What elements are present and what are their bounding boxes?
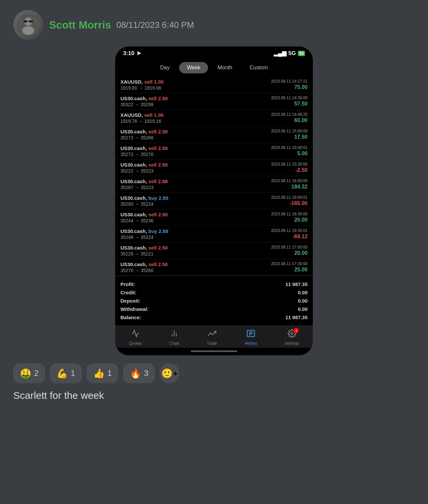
trade-time-2: 2023.08.11 14:46:25	[271, 112, 308, 117]
status-right: ▂▄▆ 5G 54	[274, 50, 305, 57]
trade-profit-11: 25.00	[294, 267, 308, 273]
balance-value: 11 987.35	[285, 315, 308, 320]
summary-balance-row: Balance: 11 987.35	[120, 313, 308, 322]
trade-left-8: US30.cash, sell 2.50 35244 → 35236	[120, 212, 168, 223]
balance-label: Balance:	[120, 315, 141, 320]
reaction-0[interactable]: 🤑2	[13, 363, 45, 383]
trade-time-4: 2023.08.11 15:00:01	[271, 145, 308, 150]
history-icon	[247, 329, 255, 340]
settings-icon: 1	[288, 329, 296, 340]
trade-symbol-7: US30.cash, buy 2.50	[120, 195, 168, 201]
nav-trade-label: Trade	[207, 341, 217, 346]
nav-quotes-label: Quotes	[129, 341, 142, 346]
trade-row: US30.cash, sell 2.50 35272 → 35270 2023.…	[115, 143, 313, 160]
tab-custom[interactable]: Custom	[242, 62, 275, 73]
nav-history-label: History	[245, 341, 257, 346]
trade-left-9: US30.cash, buy 2.88 35248 → 35224	[120, 228, 168, 240]
reaction-emoji-0: 🤑	[20, 368, 32, 379]
svg-rect-3	[24, 20, 27, 23]
reaction-count-1: 1	[71, 369, 75, 378]
trade-right-8: 2023.08.11 16:30:00 20.00	[271, 212, 308, 223]
nav-history[interactable]: History	[245, 329, 257, 346]
trade-prices-0: 1919.81 → 1919.06	[120, 85, 164, 91]
summary-withdrawal-row: Withdrawal: 0.00	[120, 305, 308, 313]
tab-month[interactable]: Month	[210, 62, 240, 73]
location-icon: ➤	[136, 50, 141, 57]
trade-icon	[208, 329, 216, 340]
credit-value: 0.00	[298, 290, 308, 295]
trade-symbol-8: US30.cash, sell 2.50	[120, 212, 168, 217]
nav-settings-label: Settings	[285, 341, 299, 346]
nav-quotes[interactable]: Quotes	[129, 329, 142, 346]
add-reaction-button[interactable]: 🙂+	[160, 363, 179, 383]
trade-profit-10: 20.00	[294, 250, 308, 256]
trade-symbol-3: US30.cash, sell 2.50	[120, 129, 168, 134]
credit-label: Credit:	[120, 290, 136, 295]
trade-symbol-1: US30.cash, sell 2.50	[120, 96, 168, 101]
reaction-2[interactable]: 👍1	[87, 363, 118, 383]
reaction-emoji-1: 💪	[56, 368, 68, 379]
trade-right-2: 2023.08.11 14:46:25 60.00	[271, 112, 308, 123]
trade-left-10: US30.cash, sell 2.50 35229 → 35221	[120, 245, 168, 256]
time-display: 3:10	[123, 50, 134, 57]
status-left: 3:10 ➤	[123, 50, 141, 57]
reaction-3[interactable]: 🔥3	[123, 363, 155, 383]
nav-trade[interactable]: Trade	[207, 329, 217, 346]
author-info: Scott Morris 08/11/2023 6:40 PM	[49, 19, 194, 31]
trade-row: US30.cash, sell 2.50 35273 → 35266 2023.…	[115, 126, 313, 143]
trade-left-3: US30.cash, sell 2.50 35273 → 35266	[120, 129, 168, 140]
trade-symbol-2: XAUUSD, sell 1.00	[120, 112, 164, 118]
summary-profit-row: Profit: 11 987.35	[120, 280, 308, 288]
add-reaction-icon: 🙂+	[161, 368, 178, 379]
nav-chart-label: Chart	[170, 341, 179, 346]
profit-label: Profit:	[120, 281, 135, 287]
trade-prices-10: 35229 → 35221	[120, 251, 168, 256]
phone-mockup: 3:10 ➤ ▂▄▆ 5G 54 Day Week Month Custom X…	[114, 46, 314, 356]
trade-symbol-10: US30.cash, sell 2.50	[120, 245, 168, 251]
post-timestamp: 08/11/2023 6:40 PM	[116, 20, 194, 30]
trade-time-11: 2023.08.11 17:30:00	[271, 261, 308, 266]
trade-profit-7: -165.00	[290, 200, 308, 206]
svg-point-13	[291, 332, 293, 335]
nav-settings[interactable]: 1 Settings	[285, 329, 299, 346]
trade-right-5: 2023.08.11 15:30:00 -2.50	[271, 162, 308, 173]
trade-list: XAUUSD, sell 1.00 1919.81 → 1919.06 2023…	[115, 77, 313, 276]
post-header: Scott Morris 08/11/2023 6:40 PM	[13, 10, 415, 40]
reactions-row: 🤑2💪1👍1🔥3🙂+	[13, 363, 415, 383]
trade-prices-6: 35287 → 35223	[120, 185, 168, 190]
summary-section: Profit: 11 987.35 Credit: 0.00 Deposit: …	[115, 276, 313, 325]
deposit-value: 0.00	[298, 298, 308, 304]
trade-right-3: 2023.08.11 15:00:00 17.50	[271, 129, 308, 140]
chart-icon	[170, 329, 178, 340]
profit-value: 11 987.35	[285, 281, 308, 287]
trade-time-3: 2023.08.11 15:00:00	[271, 129, 308, 133]
trade-left-11: US30.cash, sell 2.50 35270 → 35260	[120, 261, 168, 273]
trade-left-7: US30.cash, buy 2.50 35290 → 35224	[120, 195, 168, 207]
trade-symbol-4: US30.cash, sell 2.50	[120, 145, 168, 151]
reaction-1[interactable]: 💪1	[50, 363, 82, 383]
trade-row: US30.cash, sell 2.50 35322 → 35299 2023.…	[115, 93, 313, 110]
post-container: Scott Morris 08/11/2023 6:40 PM 3:10 ➤ ▂…	[13, 10, 415, 401]
trade-prices-7: 35290 → 35224	[120, 201, 168, 207]
trade-symbol-0: XAUUSD, sell 1.00	[120, 79, 164, 85]
trade-profit-3: 17.50	[294, 134, 308, 140]
tab-week[interactable]: Week	[179, 62, 208, 73]
post-caption: Scarlett for the week	[13, 390, 415, 401]
tab-day[interactable]: Day	[153, 62, 177, 73]
quotes-icon	[131, 329, 140, 340]
avatar	[13, 10, 43, 40]
home-bar	[191, 350, 237, 352]
trade-row: US30.cash, buy 2.88 35248 → 35224 2023.0…	[115, 226, 313, 243]
nav-chart[interactable]: Chart	[170, 329, 179, 346]
signal-bars: ▂▄▆	[274, 50, 286, 57]
summary-deposit-row: Deposit: 0.00	[120, 297, 308, 305]
home-indicator	[115, 348, 313, 355]
trade-profit-2: 60.00	[294, 117, 308, 123]
trade-prices-2: 1919.76 → 1919.16	[120, 118, 164, 124]
trade-symbol-5: US30.cash, sell 2.50	[120, 162, 168, 168]
withdrawal-value: 0.00	[298, 306, 308, 312]
trade-profit-5: -2.50	[296, 167, 308, 173]
trade-time-10: 2023.08.11 17:00:00	[271, 245, 308, 250]
trade-left-6: US30.cash, sell 2.88 35287 → 35223	[120, 179, 168, 190]
trade-prices-3: 35273 → 35266	[120, 135, 168, 140]
